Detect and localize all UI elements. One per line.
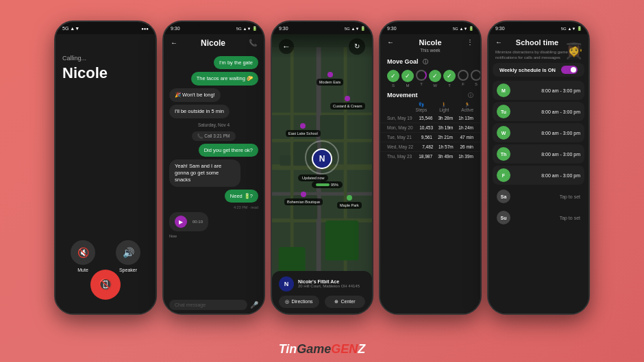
- goal-friday: F: [458, 70, 469, 88]
- phone-icon[interactable]: 📞: [249, 39, 257, 47]
- sch-tap-su[interactable]: Tap to set: [560, 216, 580, 220]
- maple-park-pin: Maple Park: [337, 195, 362, 209]
- sch-sunday: Su Tap to set: [493, 208, 584, 227]
- sch-tap-sa[interactable]: Tap to set: [560, 194, 580, 199]
- directions-label: Directions: [291, 299, 312, 304]
- check-circle-3: ✓: [429, 70, 441, 82]
- mute-button[interactable]: 🔇 Mute: [71, 240, 95, 272]
- toggle-switch[interactable]: [561, 66, 578, 74]
- goal-tuesday: T: [416, 70, 427, 88]
- read-receipt: 4:23 PM · read: [234, 205, 258, 209]
- activity-content: ← Nicole ⋮ This week Move Goal ⓘ ✓ S ✓ M: [380, 34, 480, 313]
- movement-columns: 👣Steps 🚶Light 🏃Active: [380, 101, 480, 114]
- day-w: W: [433, 83, 437, 88]
- back-arrow-2[interactable]: ←: [171, 39, 177, 47]
- row4-steps: 7,482: [414, 144, 433, 149]
- fitbit-avatar: N: [279, 276, 294, 292]
- watermark-z: Z: [358, 342, 365, 357]
- day-s1: S: [392, 83, 395, 88]
- ring-circle-2: [458, 70, 469, 81]
- act-row-1: Sun, May 19 15,546 3h 28m 1h 13m: [380, 114, 480, 123]
- modern-eats-pin: Modern Eats: [317, 72, 343, 86]
- phone-schooltime: 9:30 5G ▲▼ 🔋 ← School time Minimize dist…: [487, 21, 590, 315]
- chat-input[interactable]: Chat message: [169, 300, 247, 310]
- audio-message: ▶ 00:10: [169, 212, 208, 231]
- row3-active: 47 min: [454, 135, 473, 140]
- chat-placeholder: Chat message: [175, 302, 206, 307]
- user-avatar: N: [312, 148, 332, 169]
- sch-saturday: Sa Tap to set: [493, 187, 584, 206]
- phone-messages: 9:30 5G ▲▼ 🔋 ← Nicole 📞 I'm by the gate …: [162, 21, 265, 315]
- messages-title: Nicole: [201, 38, 225, 48]
- bubble-5: Did you get there ok?: [199, 144, 258, 157]
- audio-time: 00:10: [193, 220, 203, 224]
- location-label-1: Modern Eats: [317, 79, 343, 86]
- school-illustration: 👩‍🎓: [565, 42, 583, 60]
- day-badge-th: Th: [497, 147, 510, 161]
- day-badge-f: F: [497, 168, 510, 182]
- day-badge-w: W: [497, 126, 510, 140]
- row3-steps: 9,561: [413, 135, 432, 140]
- row1-light: 3h 28m: [434, 116, 453, 120]
- map-back[interactable]: ←: [279, 39, 294, 54]
- sch-thursday: Th 8:00 am - 3:00 pm: [493, 144, 584, 164]
- sch-monday: M 8:00 am - 3:00 pm: [493, 81, 584, 100]
- mute-label: Mute: [77, 268, 88, 272]
- center-button[interactable]: ⊕ Center: [325, 296, 365, 308]
- phone-notch-2: [197, 22, 231, 27]
- play-button[interactable]: ▶: [175, 216, 187, 228]
- schooltime-content: ← School time Minimize distractions by d…: [488, 34, 589, 313]
- row2-steps: 10,453: [414, 125, 433, 130]
- map-refresh[interactable]: ↻: [349, 38, 365, 55]
- movement-section: Movement ⓘ: [380, 90, 480, 101]
- speaker-icon: 🔊: [116, 240, 140, 265]
- pin-icon-5: [347, 195, 352, 201]
- school-pin: East Lake School: [286, 123, 321, 137]
- date-sep: Saturday, Nov 4: [169, 122, 258, 127]
- speaker-button[interactable]: 🔊 Speaker: [116, 240, 140, 272]
- sch-wednesday: W 8:00 am - 3:00 pm: [493, 123, 584, 142]
- updated-text: Updated now: [302, 176, 324, 180]
- act-back[interactable]: ←: [387, 38, 394, 46]
- col-active: 🏃Active: [461, 102, 473, 112]
- act-row-5: Thu, May 23 18,987 3h 49m 1h 39m: [380, 152, 480, 161]
- time-4: 9:30: [387, 26, 397, 31]
- mic-icon[interactable]: 🎤: [250, 301, 258, 309]
- center-icon: ⊕: [334, 299, 338, 305]
- goal-thursday: ✓ T: [443, 70, 456, 88]
- end-call-button[interactable]: 📵: [90, 270, 121, 300]
- move-goal-circles: ✓ S ✓ M T ✓ W ✓ T: [380, 67, 480, 90]
- battery-pct: 95%: [331, 183, 338, 187]
- this-week-label: This week: [380, 48, 480, 53]
- fitbit-address: 20 Hill Court, Mableton OH 44145: [298, 284, 360, 288]
- day-badge-m: M: [497, 83, 510, 97]
- sch-friday: F 8:00 am - 3:00 pm: [493, 166, 584, 185]
- move-goal-title: Move Goal ⓘ: [380, 55, 480, 67]
- row2-light: 3h 19m: [434, 125, 454, 130]
- day-s2: S: [475, 82, 478, 86]
- fitbit-name: Nicole's Fitbit Ace: [298, 279, 360, 284]
- location-label-3: East Lake School: [286, 130, 321, 137]
- act-info: ⋮: [467, 38, 473, 46]
- row5-light: 3h 49m: [434, 154, 453, 159]
- bubble-2: The tacos are waiting 🌮: [191, 72, 258, 86]
- sch-back[interactable]: ←: [495, 38, 502, 46]
- caller-name: Nicole: [62, 64, 149, 82]
- goal-monday: ✓ M: [401, 70, 414, 88]
- row5-active: 1h 39m: [454, 154, 473, 159]
- day-badge-tu: Tu: [497, 105, 510, 118]
- row4-date: Wed, May 22: [387, 144, 413, 149]
- sch-time-w: 8:00 am - 3:00 pm: [541, 131, 580, 135]
- phones-container: 5G ▲▼ ●●● Calling... Nicole 🔇 Mute 🔊 Spe…: [21, 14, 623, 321]
- time-2: 9:30: [171, 26, 180, 31]
- bubble-3: 🎉 Won't be long!: [169, 88, 221, 102]
- activity-title: Nicole: [419, 38, 441, 47]
- battery-badge: 95%: [312, 181, 343, 188]
- directions-button[interactable]: ◎ Directions: [279, 296, 319, 308]
- svg-rect-12: [320, 115, 344, 139]
- activity-header: ← Nicole ⋮: [380, 34, 480, 48]
- map-action-buttons: ◎ Directions ⊕ Center: [279, 296, 365, 308]
- row5-date: Thu, May 23: [387, 154, 412, 159]
- boutique-pin: Bohemian Boutique: [284, 192, 323, 205]
- row3-date: Tue, May 21: [387, 135, 412, 140]
